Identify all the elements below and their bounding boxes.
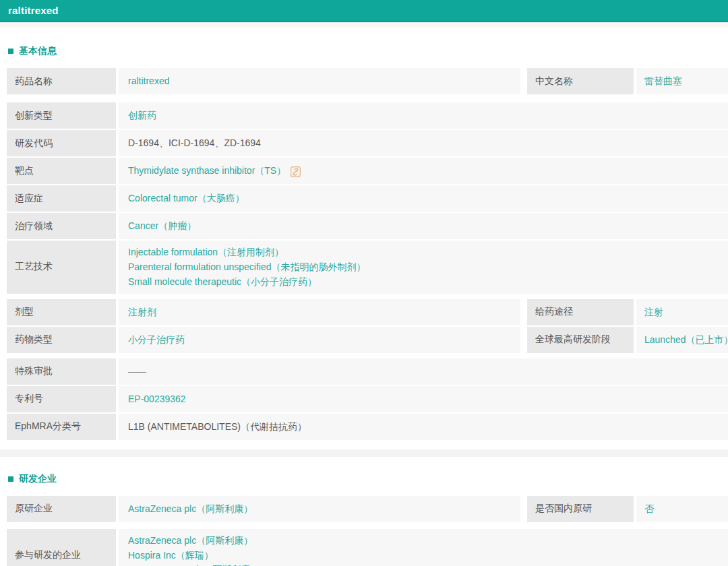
row-therapy-area: 治疗领域 Cancer（肿瘤）: [7, 213, 728, 239]
field-value-special-approval: ——: [119, 358, 728, 385]
field-label-target: 靶点: [7, 158, 116, 184]
innovation-type-link[interactable]: 创新药: [128, 109, 156, 122]
field-value-ephmra: L1B (ANTIMETABOLITES)（代谢拮抗药）: [119, 414, 728, 440]
field-label-originator: 原研企业: [7, 496, 116, 522]
section-title: 研发企业: [19, 473, 57, 485]
row-innovation-type: 创新类型 创新药: [7, 102, 728, 129]
field-label-dosage-form: 剂型: [7, 299, 116, 325]
participant-company-link[interactable]: Hospira Inc（辉瑞）: [128, 549, 214, 562]
field-value-indication: Colorectal tumor（大肠癌）: [119, 185, 728, 212]
technology-link[interactable]: Injectable formulation（注射用制剂）: [128, 246, 284, 259]
drug-type-link[interactable]: 小分子治疗药: [128, 334, 185, 346]
participant-company-link[interactable]: AstraZeneca plc（阿斯利康）: [128, 534, 253, 547]
row-indication: 适应症 Colorectal tumor（大肠癌）: [7, 185, 728, 212]
field-label-patent-no: 专利号: [7, 386, 116, 412]
main-content: 基本信息 药品名称 raltitrexed 中文名称 雷替曲塞 创新类型 创新药…: [0, 45, 728, 440]
participant-company-link[interactable]: Zeneca Group plc（阿斯利康）: [128, 563, 260, 566]
field-value-admin-route: 注射: [636, 299, 728, 325]
row-drug-type: 药物类型 小分子治疗药 全球最高研发阶段 Launched（已上市）: [7, 327, 728, 353]
field-label-domestic-originator: 是否国内原研: [527, 496, 634, 522]
rd-company-content: 研发企业 原研企业 AstraZeneca plc（阿斯利康） 是否国内原研 否…: [0, 473, 728, 566]
field-value-participants: AstraZeneca plc（阿斯利康） Hospira Inc（辉瑞） Ze…: [119, 529, 728, 566]
drug-name-link[interactable]: raltitrexed: [128, 75, 169, 88]
page-title: raltitrexed: [8, 5, 59, 16]
row-ephmra: EphMRA分类号 L1B (ANTIMETABOLITES)（代谢拮抗药）: [7, 414, 728, 440]
field-value-rd-code: D-1694、ICI-D-1694、ZD-1694: [119, 130, 728, 156]
row-rd-code: 研发代码 D-1694、ICI-D-1694、ZD-1694: [7, 130, 728, 156]
field-label-cn-name: 中文名称: [527, 68, 634, 94]
row-special-approval: 特殊审批 ——: [7, 358, 728, 385]
field-value-target: Thymidylate synthase inhibitor（TS）: [119, 158, 728, 184]
domestic-originator-link[interactable]: 否: [644, 503, 654, 515]
field-label-drug-name: 药品名称: [7, 68, 116, 94]
field-value-dosage-form: 注射剂: [119, 299, 520, 325]
field-label-global-highest-phase: 全球最高研发阶段: [527, 327, 634, 353]
section-header-rd-company: 研发企业: [8, 473, 728, 485]
section-bullet-icon: [8, 476, 13, 482]
field-value-global-highest-phase: Launched（已上市）: [636, 327, 728, 353]
section-divider: [0, 449, 728, 457]
field-label-innovation-type: 创新类型: [7, 102, 116, 129]
section-bullet-icon: [8, 49, 13, 54]
basic-info-table: 药品名称 raltitrexed 中文名称 雷替曲塞 创新类型 创新药 研发代码…: [7, 68, 728, 440]
patent-no-link[interactable]: EP-00239362: [128, 393, 186, 406]
row-patent-no: 专利号 EP-00239362: [7, 386, 728, 412]
field-label-rd-code: 研发代码: [7, 130, 116, 156]
row-technology: 工艺技术 Injectable formulation（注射用制剂） Paren…: [7, 241, 728, 294]
technology-link[interactable]: Parenteral formulation unspecified（未指明的肠…: [128, 261, 365, 274]
field-value-domestic-originator: 否: [636, 496, 728, 522]
field-label-indication: 适应症: [7, 185, 116, 212]
rd-code-text: D-1694、ICI-D-1694、ZD-1694: [128, 137, 261, 150]
field-label-admin-route: 给药途径: [527, 299, 634, 325]
row-dosage-form: 剂型 注射剂 给药途径 注射: [7, 299, 728, 325]
field-label-ephmra: EphMRA分类号: [7, 414, 116, 440]
field-value-therapy-area: Cancer（肿瘤）: [119, 213, 728, 239]
row-drug-name: 药品名称 raltitrexed 中文名称 雷替曲塞: [7, 68, 728, 94]
field-value-drug-type: 小分子治疗药: [119, 327, 520, 353]
field-value-drug-name: raltitrexed: [119, 68, 520, 94]
field-label-therapy-area: 治疗领域: [7, 213, 116, 239]
page-header-bar: raltitrexed: [0, 0, 728, 22]
technology-link[interactable]: Small molecule therapeutic（小分子治疗药）: [128, 276, 317, 288]
global-highest-phase-link[interactable]: Launched（已上市）: [644, 334, 728, 346]
field-value-patent-no: EP-00239362: [119, 386, 728, 412]
row-target: 靶点 Thymidylate synthase inhibitor（TS）: [7, 158, 728, 184]
admin-route-link[interactable]: 注射: [644, 306, 663, 319]
row-originator: 原研企业 AstraZeneca plc（阿斯利康） 是否国内原研 否: [7, 496, 728, 522]
field-label-participants: 参与研发的企业: [7, 529, 116, 566]
field-label-special-approval: 特殊审批: [7, 358, 116, 385]
ephmra-text: L1B (ANTIMETABOLITES)（代谢拮抗药）: [128, 420, 307, 433]
special-approval-text: ——: [128, 365, 146, 378]
row-participants: 参与研发的企业 AstraZeneca plc（阿斯利康） Hospira In…: [7, 529, 728, 566]
therapy-area-link[interactable]: Cancer（肿瘤）: [128, 220, 196, 232]
field-value-innovation-type: 创新药: [119, 102, 728, 129]
link-in-square-icon[interactable]: [291, 166, 301, 177]
section-title: 基本信息: [19, 45, 57, 57]
rd-company-table: 原研企业 AstraZeneca plc（阿斯利康） 是否国内原研 否 参与研发…: [7, 496, 728, 566]
target-link[interactable]: Thymidylate synthase inhibitor（TS）: [128, 164, 286, 177]
cn-name-link[interactable]: 雷替曲塞: [644, 75, 682, 88]
field-value-cn-name: 雷替曲塞: [636, 68, 728, 94]
section-header-basic-info: 基本信息: [8, 45, 728, 57]
dosage-form-link[interactable]: 注射剂: [128, 306, 156, 319]
field-label-drug-type: 药物类型: [7, 327, 116, 353]
originator-link[interactable]: AstraZeneca plc（阿斯利康）: [128, 503, 253, 515]
indication-link[interactable]: Colorectal tumor（大肠癌）: [128, 192, 245, 205]
header-sub-strip: [0, 22, 728, 28]
field-value-originator: AstraZeneca plc（阿斯利康）: [119, 496, 520, 522]
field-label-technology: 工艺技术: [7, 241, 116, 294]
field-value-technology: Injectable formulation（注射用制剂） Parenteral…: [119, 241, 728, 294]
